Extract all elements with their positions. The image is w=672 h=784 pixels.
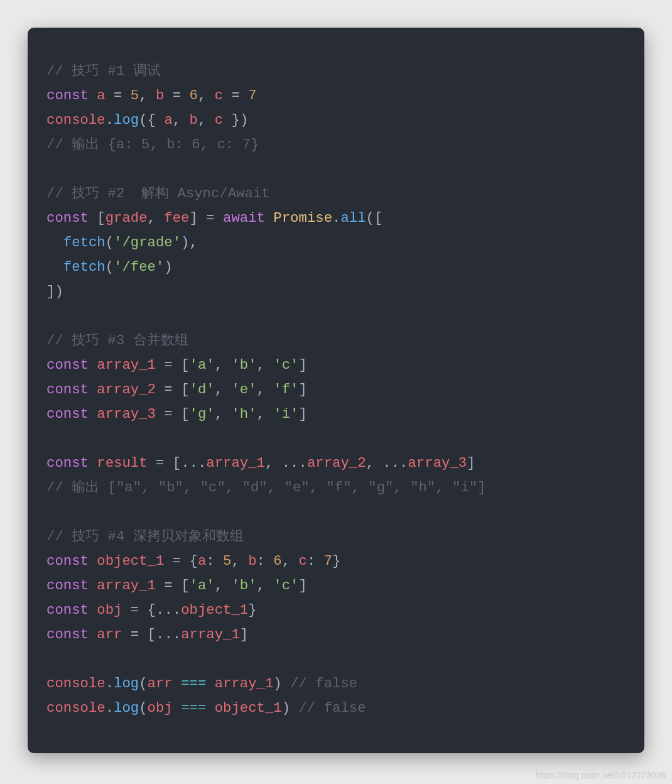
- comment: // 技巧 #1 调试: [46, 63, 161, 79]
- class: Promise: [273, 210, 332, 226]
- comment: // 技巧 #3 合并数组: [46, 332, 188, 349]
- comment: // 输出 ["a", "b", "c", "d", "e", "f", "g"…: [46, 479, 486, 496]
- method: log: [114, 112, 139, 128]
- keyword-const: const: [46, 87, 89, 104]
- function-call: fetch: [63, 234, 106, 251]
- keyword-await: await: [223, 210, 265, 226]
- watermark-text: https://blog.csdn.net/u012223026: [536, 770, 666, 780]
- operator: ===: [173, 675, 215, 692]
- comment: // 技巧 #4 深拷贝对象和数组: [46, 528, 244, 545]
- comment: // 技巧 #2 解构 Async/Await: [46, 185, 270, 202]
- string: '/grade': [114, 234, 181, 251]
- number: 5: [131, 87, 139, 104]
- code-card: // 技巧 #1 调试 const a = 5, b = 6, c = 7 co…: [28, 28, 644, 753]
- identifier: console: [46, 112, 106, 128]
- identifier: a: [97, 87, 105, 104]
- code-block: // 技巧 #1 调试 const a = 5, b = 6, c = 7 co…: [28, 28, 644, 739]
- comment: // 输出 {a: 5, b: 6, c: 7}: [46, 136, 259, 153]
